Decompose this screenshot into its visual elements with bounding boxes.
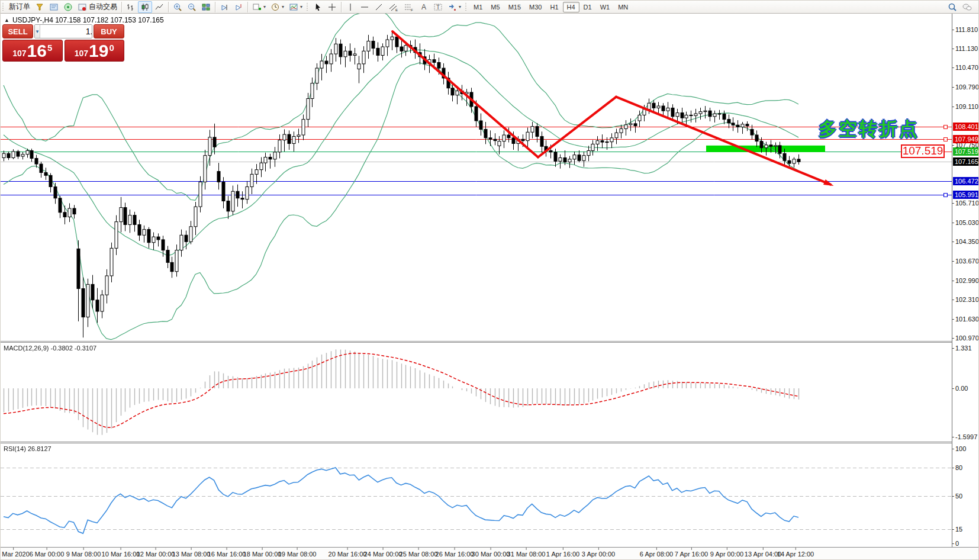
price-tick-label: 109.790 bbox=[955, 83, 979, 91]
time-tick-label: 6 Apr 08:00 bbox=[640, 551, 673, 558]
toolbar-separator bbox=[341, 2, 342, 12]
timeframe-m5[interactable]: M5 bbox=[487, 2, 504, 12]
symbol-ohlc-text: USDJPY-,H4 107.158 107.182 107.153 107.1… bbox=[12, 16, 164, 24]
price-axis[interactable]: 111.810111.130110.470109.790109.110107.7… bbox=[952, 14, 979, 547]
buy-price-button[interactable]: 107190 bbox=[65, 40, 125, 62]
vertical-line-button[interactable] bbox=[343, 1, 358, 13]
text-label-button[interactable]: T bbox=[431, 1, 445, 13]
time-tick-label: 9 Mar 08:00 bbox=[66, 551, 101, 558]
macd-rsi-pane-splitter[interactable] bbox=[1, 442, 952, 443]
periods-button[interactable]: ▾ bbox=[268, 1, 286, 13]
market-watch-button[interactable] bbox=[47, 1, 61, 13]
auto-scroll-button[interactable] bbox=[217, 1, 231, 13]
rsi-axis-label: 100 bbox=[955, 445, 966, 452]
navigator-icon bbox=[63, 2, 73, 12]
timeframe-h1[interactable]: H1 bbox=[546, 2, 562, 12]
macd-axis-label: -1.5997 bbox=[955, 433, 977, 440]
tile-windows-button[interactable] bbox=[199, 1, 213, 13]
auto-scroll-icon bbox=[220, 2, 229, 12]
autotrading-label: 自动交易 bbox=[89, 2, 117, 12]
zoom-in-button[interactable] bbox=[170, 1, 185, 13]
chart-line-icon bbox=[154, 2, 164, 12]
time-tick-label: 24 Mar 00:00 bbox=[364, 551, 402, 558]
search-button[interactable] bbox=[945, 1, 959, 13]
channel-button[interactable]: E bbox=[386, 1, 401, 13]
timeframe-m30[interactable]: M30 bbox=[525, 2, 546, 12]
turning-point-annotation: 多空转折点 bbox=[819, 117, 919, 141]
time-tick-label: 30 Mar 00:00 bbox=[472, 551, 510, 558]
timeframe-mn[interactable]: MN bbox=[614, 2, 632, 12]
time-axis[interactable]: 4 Mar 20206 Mar 00:009 Mar 08:0010 Mar 1… bbox=[1, 547, 979, 560]
time-tick-label: 7 Apr 16:00 bbox=[675, 551, 708, 558]
volume-decrease-button[interactable]: ▼ bbox=[35, 25, 40, 38]
sell-price-pip: 5 bbox=[47, 43, 52, 53]
navigator-button[interactable] bbox=[61, 1, 75, 13]
price-tick-label: 103.670 bbox=[955, 258, 979, 265]
timeframe-m1[interactable]: M1 bbox=[469, 2, 487, 12]
price-chart-canvas[interactable] bbox=[1, 14, 952, 547]
toolbar-separator bbox=[247, 2, 248, 12]
timeframe-w1[interactable]: W1 bbox=[596, 2, 614, 12]
dropdown-caret-icon: ▾ bbox=[282, 4, 284, 9]
svg-text:F: F bbox=[411, 8, 413, 12]
toolbar-grip[interactable] bbox=[306, 2, 309, 12]
timeframe-d1[interactable]: D1 bbox=[579, 2, 596, 12]
rsi-axis-label: 80 bbox=[955, 464, 962, 471]
new-order-button[interactable]: 新订单 bbox=[7, 1, 33, 13]
price-tick-label: 104.350 bbox=[955, 238, 979, 245]
crosshair-button[interactable] bbox=[325, 1, 339, 13]
toolbar-grip[interactable] bbox=[465, 2, 468, 12]
autotrading-icon bbox=[78, 2, 87, 12]
trendline-icon bbox=[374, 2, 384, 12]
rsi-label: RSI(14) 26.8127 bbox=[4, 445, 51, 452]
autotrading-button[interactable]: 自动交易 bbox=[75, 1, 120, 13]
cursor-button[interactable] bbox=[311, 1, 325, 13]
zoom-out-button[interactable] bbox=[185, 1, 199, 13]
crosshair-icon bbox=[327, 2, 337, 12]
sell-button[interactable]: SELL bbox=[2, 24, 33, 38]
chat-button[interactable] bbox=[959, 1, 975, 13]
buy-price-big: 19 bbox=[89, 42, 108, 60]
chart-bars-button[interactable] bbox=[124, 1, 138, 13]
volume-input[interactable] bbox=[40, 25, 92, 38]
indicators-button[interactable]: ▾ bbox=[250, 1, 268, 13]
trendline-button[interactable] bbox=[372, 1, 386, 13]
sell-price-base: 107 bbox=[12, 49, 26, 58]
chart-shift-button[interactable] bbox=[231, 1, 246, 13]
time-tick-label: 6 Mar 00:00 bbox=[30, 551, 65, 558]
toolbar-grip[interactable] bbox=[2, 2, 5, 12]
price-tick-label: 109.110 bbox=[955, 103, 978, 110]
price-callout-label[interactable]: 107.519 bbox=[901, 144, 945, 158]
volume-control: ▼ ▲ bbox=[34, 24, 92, 38]
time-tick-label: 25 Mar 08:00 bbox=[400, 551, 438, 558]
symbol-collapse-icon[interactable]: ▲ bbox=[4, 17, 9, 23]
price-tick-label: 102.310 bbox=[955, 296, 979, 303]
svg-text:T: T bbox=[436, 4, 440, 11]
funnel-button[interactable] bbox=[33, 1, 47, 13]
time-tick-label: 12 Mar 00:00 bbox=[137, 551, 175, 558]
text-label-icon: T bbox=[433, 2, 443, 12]
price-tick-label: 101.630 bbox=[955, 316, 979, 323]
chart-area: ▲ USDJPY-,H4 107.158 107.182 107.153 107… bbox=[1, 14, 979, 560]
chart-candles-button[interactable] bbox=[138, 1, 152, 13]
indicators-add-icon bbox=[252, 2, 262, 12]
timeframe-h4[interactable]: H4 bbox=[563, 2, 579, 12]
timeframe-m15[interactable]: M15 bbox=[504, 2, 525, 12]
sell-price-big: 16 bbox=[27, 42, 47, 60]
templates-button[interactable]: ▾ bbox=[286, 1, 305, 13]
fibonacci-button[interactable]: F bbox=[401, 1, 417, 13]
mt4-window: 新订单 自动交易 ▾ ▾ ▾ E F A T ▾ bbox=[0, 0, 979, 560]
macd-axis-label: 0.00 bbox=[955, 385, 968, 392]
buy-price-base: 107 bbox=[75, 49, 88, 58]
time-tick-label: 3 Apr 00:00 bbox=[582, 551, 615, 558]
horizontal-line-button[interactable] bbox=[358, 1, 372, 13]
main-macd-pane-splitter[interactable] bbox=[1, 341, 952, 343]
arrows-button[interactable]: ▾ bbox=[445, 1, 463, 13]
chart-line-button[interactable] bbox=[152, 1, 166, 13]
buy-button[interactable]: BUY bbox=[94, 24, 124, 38]
sell-price-button[interactable]: 107165 bbox=[2, 40, 63, 62]
time-tick-label: 13 Apr 04:00 bbox=[745, 551, 781, 558]
hline-icon bbox=[360, 2, 369, 12]
new-order-label: 新订单 bbox=[9, 2, 30, 12]
text-button[interactable]: A bbox=[417, 1, 431, 13]
